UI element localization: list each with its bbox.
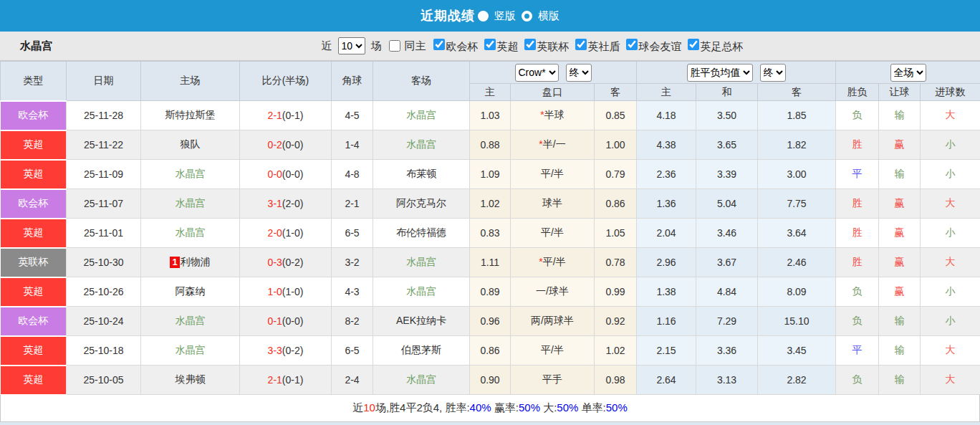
- scope-select[interactable]: 全场: [890, 64, 926, 82]
- subheader-ah-handicap: 盘口: [511, 84, 595, 101]
- score-cell: 2-1(0-1): [240, 101, 332, 130]
- subheader-ah-away: 客: [595, 84, 637, 101]
- match-count-select[interactable]: 10: [338, 37, 365, 54]
- vertical-layout-label[interactable]: 竖版: [494, 9, 516, 23]
- horizontal-layout-label[interactable]: 横版: [538, 9, 559, 23]
- table-row: 欧会杯25-11-07水晶宫3-1(2-0)2-1阿尔克马尔1.02球半0.86…: [1, 189, 980, 219]
- home-team: 埃弗顿: [141, 366, 240, 395]
- home-team: 水晶宫: [141, 307, 240, 336]
- away-team: 水晶宫: [373, 248, 470, 277]
- result-cell: 负: [836, 307, 879, 336]
- match-type-badge: 英超: [1, 366, 67, 395]
- result-cell: 负: [836, 277, 879, 307]
- summary-segment: 50%: [606, 401, 628, 414]
- handicap-result-cell: 输: [879, 336, 921, 366]
- odds-away: 7.75: [758, 189, 836, 219]
- odds-home: 1.38: [637, 277, 696, 307]
- title-bar: 近期战绩 竖版 横版: [0, 0, 980, 32]
- handicap-state-select[interactable]: 终: [566, 64, 592, 82]
- bookmaker-select[interactable]: Crow*: [515, 64, 559, 82]
- odds-home: 2.36: [637, 160, 696, 189]
- home-team: 阿森纳: [141, 277, 240, 307]
- league-label-3: 英社盾: [588, 40, 620, 52]
- match-type-badge: 英超: [1, 336, 67, 366]
- same-home-checkbox[interactable]: [389, 40, 400, 52]
- handicap-away-odds: 1.02: [595, 336, 637, 366]
- result-group-header: 全场: [836, 62, 980, 84]
- away-team: AEK拉纳卡: [373, 307, 470, 336]
- goals-result-cell: 大: [921, 366, 980, 395]
- odds-draw: 4.84: [696, 277, 758, 307]
- col-header-home: 主场: [141, 62, 240, 101]
- result-cell: 负: [836, 366, 879, 395]
- matches-label: 场: [371, 39, 382, 53]
- score-cell: 3-3(0-2): [240, 336, 332, 366]
- league-checkbox-4[interactable]: [626, 39, 638, 50]
- odds-away: 3.00: [758, 160, 836, 189]
- match-date: 25-11-22: [67, 130, 141, 160]
- handicap-away-odds: 0.92: [595, 307, 637, 336]
- handicap-home-odds: 1.02: [470, 189, 511, 219]
- handicap-result-cell: 赢: [879, 189, 921, 219]
- score-cell: 0-0(0-0): [240, 160, 332, 189]
- handicap-away-odds: 0.86: [595, 189, 637, 219]
- handicap-line: 平手: [511, 366, 595, 395]
- odds-type-select[interactable]: 胜平负均值: [687, 64, 753, 82]
- vertical-layout-radio[interactable]: [478, 11, 489, 22]
- handicap-away-odds: 0.78: [595, 248, 637, 277]
- match-type-badge: 英超: [1, 160, 67, 189]
- match-date: 25-11-07: [67, 189, 141, 219]
- match-date: 25-10-26: [67, 277, 141, 307]
- odds-home: 2.96: [637, 248, 696, 277]
- table-row: 英联杯25-10-301利物浦0-3(0-2)3-2水晶宫1.11*平/半0.7…: [1, 248, 980, 277]
- odds-home: 2.15: [637, 336, 696, 366]
- home-team: 1利物浦: [141, 248, 240, 277]
- match-type-badge: 欧会杯: [1, 101, 67, 130]
- odds-home: 2.04: [637, 219, 696, 248]
- recent-results-panel: 近期战绩 竖版 横版 水晶宫 近 10 场 同主 欧会杯英超英联杯英社盾球会友谊…: [0, 0, 980, 422]
- league-label-2: 英联杯: [537, 40, 570, 52]
- subheader-ah-home: 主: [470, 84, 511, 101]
- odds-home: 1.16: [637, 307, 696, 336]
- league-checkbox-2[interactable]: [524, 39, 536, 50]
- col-header-type: 类型: [1, 62, 67, 101]
- page-title: 近期战绩: [421, 7, 475, 24]
- col-header-score: 比分(半场): [240, 62, 332, 101]
- handicap-away-odds: 0.85: [595, 101, 637, 130]
- goals-result-cell: 大: [921, 101, 980, 130]
- score-cell: 0-2(0-0): [240, 130, 332, 160]
- horizontal-layout-radio[interactable]: [522, 11, 532, 22]
- handicap-away-odds: 0.98: [595, 366, 637, 395]
- match-type-badge: 英联杯: [1, 248, 67, 277]
- league-checkbox-0[interactable]: [433, 39, 445, 50]
- odds-group-header: 胜平负均值终: [637, 62, 836, 84]
- league-checkbox-5[interactable]: [688, 39, 699, 50]
- filter-bar: 水晶宫 近 10 场 同主 欧会杯英超英联杯英社盾球会友谊英足总杯: [0, 32, 980, 61]
- team-name: 水晶宫: [20, 39, 52, 53]
- table-row: 英超25-10-26阿森纳1-0(1-0)4-3水晶宫0.89一/球半0.991…: [1, 277, 980, 307]
- match-type-badge: 欧会杯: [1, 189, 67, 219]
- table-row: 欧会杯25-11-28斯特拉斯堡2-1(0-1)4-5水晶宫1.03*半球0.8…: [1, 101, 980, 130]
- goals-result-cell: 大: [921, 189, 980, 219]
- odds-home: 2.64: [637, 366, 696, 395]
- odds-draw: 3.67: [696, 248, 758, 277]
- odds-away: 1.82: [758, 130, 836, 160]
- near-label: 近: [322, 39, 332, 53]
- match-date: 25-11-28: [67, 101, 141, 130]
- summary-text: 近10场,胜4平2负4, 胜率:40% 赢率:50% 大:50% 单率:50%: [352, 401, 628, 415]
- table-row: 欧会杯25-10-24水晶宫0-1(0-0)8-2AEK拉纳卡0.96两/两球半…: [1, 307, 980, 336]
- corner-cell: 1-4: [332, 130, 373, 160]
- odds-state-select[interactable]: 终: [760, 64, 786, 82]
- odds-draw: 3.13: [696, 366, 758, 395]
- table-row: 英超25-10-18水晶宫3-3(0-2)6-5伯恩茅斯0.86平/半1.022…: [1, 336, 980, 366]
- goals-result-cell: 小: [921, 307, 980, 336]
- handicap-line: 平/半: [511, 219, 595, 248]
- league-checkbox-3[interactable]: [575, 39, 587, 50]
- away-team: 水晶宫: [373, 101, 470, 130]
- odds-draw: 3.65: [696, 130, 758, 160]
- match-date: 25-11-01: [67, 219, 141, 248]
- table-row: 英超25-10-05埃弗顿2-1(0-1)2-4水晶宫0.90平手0.982.6…: [1, 366, 980, 395]
- result-cell: 平: [836, 160, 879, 189]
- league-checkbox-1[interactable]: [484, 39, 496, 50]
- league-label-5: 英足总杯: [701, 40, 744, 52]
